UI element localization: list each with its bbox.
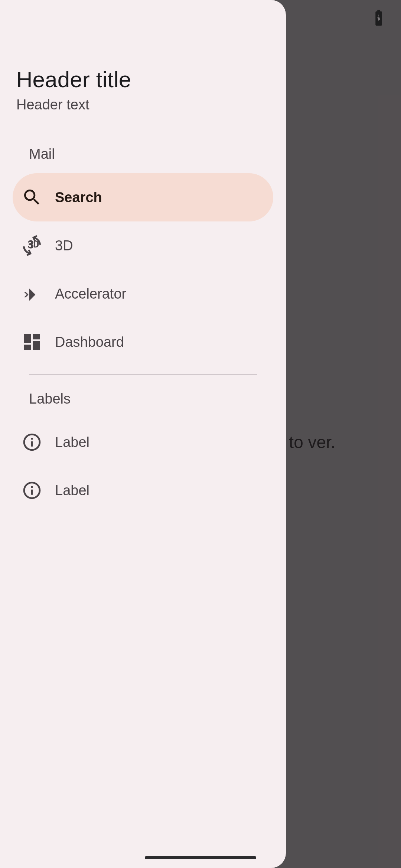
nav-item-label-1[interactable]: Label xyxy=(13,418,273,466)
gesture-nav-bar[interactable] xyxy=(145,856,256,859)
nav-item-label: Label xyxy=(55,483,89,499)
nav-item-label-2[interactable]: Label xyxy=(13,466,273,514)
nav-item-label: Accelerator xyxy=(55,286,126,302)
nav-item-accelerator[interactable]: Accelerator xyxy=(13,270,273,318)
nav-list-mail: Search 3D Accelerator Dashboard xyxy=(0,173,286,366)
info-icon xyxy=(22,480,42,501)
nav-item-label: Dashboard xyxy=(55,334,124,350)
nav-item-label: Label xyxy=(55,434,89,450)
section-label-mail: Mail xyxy=(0,135,286,173)
rotation-3d-icon xyxy=(22,235,42,256)
accelerator-icon xyxy=(22,283,42,304)
drawer-header: Header title Header text xyxy=(0,67,286,135)
nav-list-labels: Label Label xyxy=(0,418,286,514)
nav-item-label: 3D xyxy=(55,238,73,254)
nav-item-3d[interactable]: 3D xyxy=(13,221,273,270)
section-label-labels: Labels xyxy=(0,380,286,418)
dashboard-icon xyxy=(22,332,42,352)
nav-item-dashboard[interactable]: Dashboard xyxy=(13,318,273,366)
info-icon xyxy=(22,432,42,453)
drawer-title: Header title xyxy=(16,67,270,92)
search-icon xyxy=(22,187,42,208)
section-divider xyxy=(29,374,257,375)
drawer-subtitle: Header text xyxy=(16,97,270,113)
nav-item-label: Search xyxy=(55,190,102,206)
navigation-drawer: Header title Header text Mail Search 3D … xyxy=(0,0,286,868)
nav-item-search[interactable]: Search xyxy=(13,173,273,221)
